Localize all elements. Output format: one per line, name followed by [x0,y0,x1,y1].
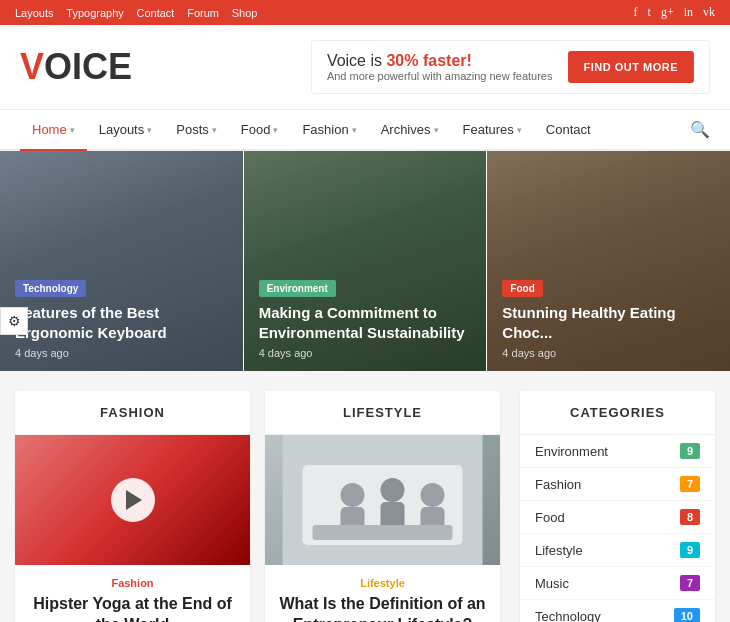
lifestyle-card-body: Lifestyle What Is the Definition of an E… [265,565,500,622]
category-count: 10 [674,608,700,622]
play-button[interactable] [111,478,155,522]
googleplus-icon[interactable]: g+ [661,5,674,20]
banner-main: Voice is 30% faster! [327,52,553,70]
hero-2-category: Environment [259,280,336,297]
svg-point-6 [421,483,445,507]
nav-item-posts[interactable]: Posts ▾ [164,110,229,149]
svg-point-4 [381,478,405,502]
category-label: Technology [535,609,601,623]
category-count: 9 [680,542,700,558]
topbar-link-forum[interactable]: Forum [187,7,219,19]
chevron-down-icon: ▾ [212,125,217,135]
nav-item-features[interactable]: Features ▾ [451,110,534,149]
lifestyle-image-svg [265,435,500,565]
topbar-link-shop[interactable]: Shop [232,7,258,19]
nav-item-contact[interactable]: Contact [534,110,603,149]
logo-text: OICE [44,46,132,88]
category-item-food[interactable]: Food 8 [520,501,715,534]
hero-slide-3-content: Food Stunning Healthy Eating Choc... 4 d… [487,151,730,371]
category-count: 7 [680,575,700,591]
chevron-down-icon: ▾ [70,125,75,135]
category-label: Fashion [535,477,581,492]
chevron-down-icon: ▾ [147,125,152,135]
svg-rect-8 [313,525,453,540]
category-count: 9 [680,443,700,459]
top-bar: Layouts Typography Contact Forum Shop f … [0,0,730,25]
header-banner: Voice is 30% faster! And more powerful w… [311,40,710,94]
play-icon [126,490,142,510]
svg-point-2 [341,483,365,507]
find-out-more-button[interactable]: FIND OUT MORE [568,51,695,83]
banner-sub: And more powerful with amazing new featu… [327,70,553,82]
chevron-down-icon: ▾ [352,125,357,135]
top-bar-nav: Layouts Typography Contact Forum Shop [15,7,267,19]
search-icon[interactable]: 🔍 [690,120,710,139]
category-item-lifestyle[interactable]: Lifestyle 9 [520,534,715,567]
fashion-category-label: Fashion [27,577,238,589]
nav-links: Home ▾ Layouts ▾ Posts ▾ Food ▾ Fashion … [20,110,603,149]
nav-item-food[interactable]: Food ▾ [229,110,291,149]
lifestyle-section-header: LIFESTYLE [265,391,500,435]
fashion-card-body: Fashion Hipster Yoga at the End of the W… [15,565,250,622]
hero-3-category: Food [502,280,542,297]
content-columns: FASHION Fashion Hipster Yoga at the End … [15,391,500,622]
topbar-link-typography[interactable]: Typography [66,7,123,19]
category-list: Environment 9 Fashion 7 Food 8 Lifestyle… [520,435,715,622]
category-label: Environment [535,444,608,459]
hero-slide-3[interactable]: Food Stunning Healthy Eating Choc... 4 d… [487,151,730,371]
fashion-card: FASHION Fashion Hipster Yoga at the End … [15,391,250,622]
topbar-link-layouts[interactable]: Layouts [15,7,54,19]
banner-text: Voice is 30% faster! And more powerful w… [327,52,553,82]
hero-1-title: Features of the Best Ergonomic Keyboard [15,303,228,342]
lifestyle-category-label: Lifestyle [277,577,488,589]
categories-widget: CATEGORIES Environment 9 Fashion 7 Food … [520,391,715,622]
social-icons: f t g+ in vk [634,5,715,20]
chevron-down-icon: ▾ [273,125,278,135]
twitter-icon[interactable]: t [648,5,651,20]
category-item-fashion[interactable]: Fashion 7 [520,468,715,501]
hero-slide-2[interactable]: Environment Making a Commitment to Envir… [244,151,487,371]
category-count: 7 [680,476,700,492]
category-item-music[interactable]: Music 7 [520,567,715,600]
hero-section: Technology Features of the Best Ergonomi… [0,151,730,371]
hero-3-date: 4 days ago [502,347,715,359]
lifestyle-card-image[interactable] [265,435,500,565]
sidebar: CATEGORIES Environment 9 Fashion 7 Food … [520,391,715,622]
category-label: Lifestyle [535,543,583,558]
lifestyle-card-title[interactable]: What Is the Definition of an Entrepreneu… [277,594,488,622]
category-item-environment[interactable]: Environment 9 [520,435,715,468]
fashion-card-image[interactable] [15,435,250,565]
hero-1-category: Technology [15,280,86,297]
category-label: Food [535,510,565,525]
hero-1-date: 4 days ago [15,347,228,359]
main-nav: Home ▾ Layouts ▾ Posts ▾ Food ▾ Fashion … [0,110,730,151]
logo-v: V [20,46,44,88]
instagram-icon[interactable]: in [684,5,693,20]
header: VOICE Voice is 30% faster! And more powe… [0,25,730,110]
fashion-section-header: FASHION [15,391,250,435]
logo: VOICE [20,46,132,88]
hero-slider: Technology Features of the Best Ergonomi… [0,151,730,371]
vk-icon[interactable]: vk [703,5,715,20]
nav-item-layouts[interactable]: Layouts ▾ [87,110,165,149]
topbar-link-contact[interactable]: Contact [137,7,175,19]
category-count: 8 [680,509,700,525]
hero-slide-1[interactable]: Technology Features of the Best Ergonomi… [0,151,243,371]
nav-item-archives[interactable]: Archives ▾ [369,110,451,149]
nav-item-home[interactable]: Home ▾ [20,110,87,151]
lifestyle-card: LIFESTYLE Lifestyle [265,391,500,622]
hero-2-title: Making a Commitment to Environmental Sus… [259,303,472,342]
categories-header: CATEGORIES [520,391,715,435]
hero-slide-2-content: Environment Making a Commitment to Envir… [244,151,487,371]
facebook-icon[interactable]: f [634,5,638,20]
category-item-technology[interactable]: Technology 10 [520,600,715,622]
settings-button[interactable]: ⚙ [0,307,28,335]
chevron-down-icon: ▾ [434,125,439,135]
hero-slide-1-content: Technology Features of the Best Ergonomi… [0,151,243,371]
fashion-card-title[interactable]: Hipster Yoga at the End of the World [27,594,238,622]
nav-item-fashion[interactable]: Fashion ▾ [290,110,368,149]
category-label: Music [535,576,569,591]
gear-icon: ⚙ [8,313,21,330]
main-content: FASHION Fashion Hipster Yoga at the End … [0,371,730,622]
hero-3-title: Stunning Healthy Eating Choc... [502,303,715,342]
